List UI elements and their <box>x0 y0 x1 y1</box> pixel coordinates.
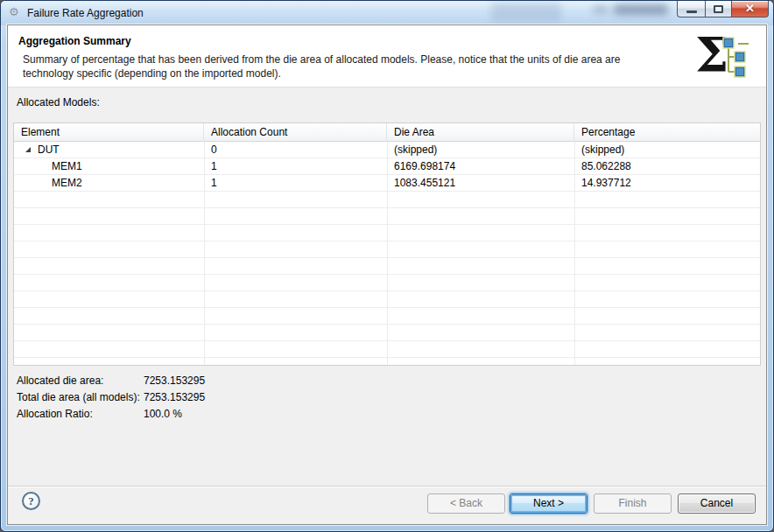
close-button[interactable]: ✕ <box>732 1 769 18</box>
allocated-die-area-value: 7253.153295 <box>144 373 205 389</box>
gear-icon: ⚙ <box>9 6 19 18</box>
maximize-button[interactable] <box>705 1 732 18</box>
help-button[interactable]: ? <box>22 492 40 510</box>
background-window-blur <box>614 4 668 15</box>
next-button[interactable]: Next > <box>510 494 588 514</box>
column-divider <box>574 142 575 365</box>
total-die-area-value: 7253.153295 <box>144 389 205 406</box>
tree-expander-icon[interactable] <box>25 146 32 153</box>
column-header-element[interactable]: Element <box>14 123 204 142</box>
column-header-allocation-count[interactable]: Allocation Count <box>204 123 387 142</box>
button-bar-divider <box>8 486 766 487</box>
dialog-window: ⚙ Failure Rate Aggregation ✕ Aggregation… <box>0 0 774 532</box>
minimize-icon <box>686 10 697 13</box>
element-cell: MEM2 <box>14 175 204 191</box>
page-description: Summary of percentage that has been deri… <box>23 52 671 80</box>
table-header-row: Element Allocation Count Die Area Percen… <box>14 123 760 142</box>
element-cell: MEM1 <box>14 158 204 174</box>
background-window-blur <box>593 6 609 13</box>
allocation-count-cell: 1 <box>204 158 387 174</box>
window-title: Failure Rate Aggregation <box>27 7 144 19</box>
column-divider <box>387 142 388 365</box>
allocation-ratio-label: Allocation Ratio: <box>17 406 144 423</box>
dialog-client-area: Aggregation Summary Summary of percentag… <box>7 24 767 525</box>
screenshot: ⚙ Failure Rate Aggregation ✕ Aggregation… <box>0 0 774 532</box>
summary-block: Allocated die area: 7253.153295 Total di… <box>17 373 205 423</box>
column-header-die-area[interactable]: Die Area <box>387 123 574 142</box>
title-bar[interactable]: ⚙ Failure Rate Aggregation <box>1 1 773 25</box>
allocation-count-cell: 1 <box>204 175 387 191</box>
wizard-header: Aggregation Summary Summary of percentag… <box>8 25 766 88</box>
allocation-count-cell: 0 <box>204 142 387 158</box>
background-window-blur <box>491 3 561 22</box>
close-icon: ✕ <box>745 1 755 17</box>
sigma-hierarchy-icon: Σ <box>694 28 757 86</box>
total-die-area-label: Total die area (all models): <box>17 389 144 406</box>
page-title: Aggregation Summary <box>18 35 131 47</box>
element-cell: DUT <box>38 142 60 158</box>
die-area-cell: 6169.698174 <box>387 158 574 174</box>
percentage-cell: (skipped) <box>574 142 760 158</box>
allocation-ratio-value: 100.0 % <box>144 406 182 423</box>
percentage-cell: 85.062288 <box>574 158 760 174</box>
maximize-icon <box>714 5 723 13</box>
allocated-die-area-label: Allocated die area: <box>17 373 144 389</box>
die-area-cell: 1083.455121 <box>387 175 574 191</box>
column-divider <box>204 142 205 365</box>
cancel-button[interactable]: Cancel <box>678 494 756 514</box>
column-header-percentage[interactable]: Percentage <box>574 123 760 142</box>
percentage-cell: 14.937712 <box>574 175 760 191</box>
back-button[interactable]: < Back <box>427 494 505 514</box>
die-area-cell: (skipped) <box>387 142 574 158</box>
window-controls: ✕ <box>677 1 769 18</box>
minimize-button[interactable] <box>677 1 705 18</box>
allocated-models-label: Allocated Models: <box>17 96 100 108</box>
allocated-models-table: Element Allocation Count Die Area Percen… <box>13 122 761 366</box>
finish-button[interactable]: Finish <box>594 494 672 514</box>
svg-text:Σ: Σ <box>695 28 728 83</box>
